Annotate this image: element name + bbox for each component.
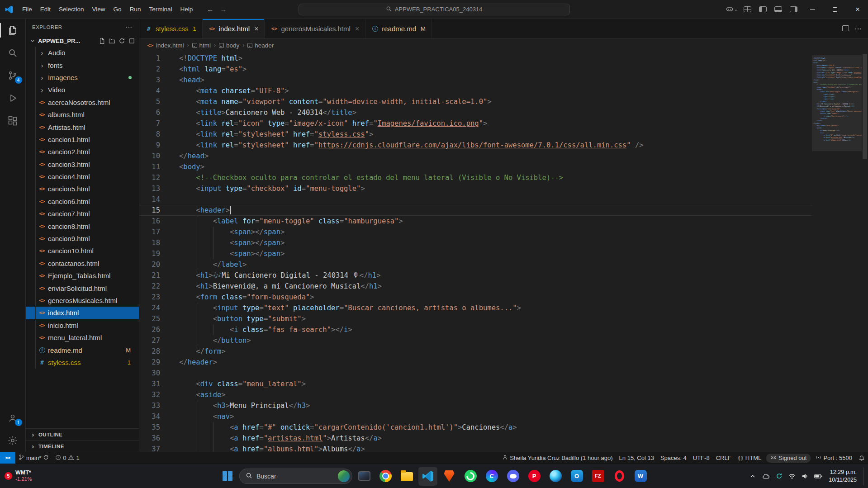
breadcrumb-header[interactable]: header	[247, 42, 274, 49]
collapse-folders-icon[interactable]	[128, 38, 135, 44]
new-file-icon[interactable]	[99, 38, 105, 44]
brave-icon[interactable]	[440, 467, 459, 486]
close-tab-icon[interactable]: ×	[254, 25, 258, 33]
sync-app-icon[interactable]	[774, 472, 783, 481]
volume-icon[interactable]	[801, 472, 810, 481]
menu-selection[interactable]: Selection	[55, 4, 88, 15]
indentation-status[interactable]: Spaces: 4	[657, 452, 690, 464]
back-icon[interactable]: ←	[207, 5, 213, 13]
taskbar-search[interactable]: Buscar	[239, 469, 352, 484]
tab-index.html[interactable]: <>index.html×	[203, 19, 265, 38]
breadcrumb-html[interactable]: html	[192, 42, 211, 49]
explorer-more-actions-icon[interactable]: ⋯	[125, 23, 133, 31]
minimap[interactable]: <!DOCTYPE html><html lang="es"><head> <m…	[812, 52, 862, 452]
menu-terminal[interactable]: Terminal	[145, 4, 176, 15]
start-button[interactable]	[218, 467, 237, 486]
close-tab-icon[interactable]: ×	[355, 25, 359, 33]
command-center-search[interactable]: APPWEB_PRACTICA05_240314	[299, 4, 570, 15]
tab-styless.css[interactable]: #styless.css1	[139, 19, 203, 38]
maximize-button[interactable]	[825, 0, 845, 19]
tray-overflow-chevron-icon[interactable]	[748, 472, 757, 481]
live-server-status[interactable]: Port : 5500	[812, 452, 855, 464]
menu-help[interactable]: Help	[176, 4, 197, 15]
eol-status[interactable]: CRLF	[713, 452, 735, 464]
toggle-primary-sidebar-icon[interactable]	[756, 4, 769, 15]
file-item-cancion4.html[interactable]: <>cancion4.html	[26, 171, 139, 183]
file-item-cancion5.html[interactable]: <>cancion5.html	[26, 183, 139, 195]
edge-icon[interactable]	[546, 467, 565, 486]
file-item-menu_lateral.html[interactable]: <>menu_lateral.html	[26, 332, 139, 344]
folder-item-Audio[interactable]: ›Audio	[26, 47, 139, 59]
onedrive-cloud-icon[interactable]	[761, 472, 770, 481]
file-item-cancion10.html[interactable]: <>cancion10.html	[26, 245, 139, 257]
outline-section[interactable]: › OUTLINE	[26, 428, 139, 440]
tab-generosMusicales.html[interactable]: <>generosMusicales.html×	[265, 19, 365, 38]
editor-more-actions-icon[interactable]: ⋯	[854, 24, 862, 33]
editor-scrollbar[interactable]	[862, 52, 868, 452]
file-item-albums.html[interactable]: <>albums.html	[26, 109, 139, 121]
show-desktop-button[interactable]	[863, 467, 865, 485]
language-mode-status[interactable]: {} HTML	[735, 452, 765, 464]
file-item-generosMusicales.html[interactable]: <>generosMusicales.html	[26, 294, 139, 307]
problems-status[interactable]: 0 1	[52, 452, 82, 464]
refresh-explorer-icon[interactable]	[119, 38, 125, 44]
word-icon[interactable]: W	[631, 467, 650, 486]
file-item-cancion1.html[interactable]: <>cancion1.html	[26, 133, 139, 146]
media-player-icon[interactable]	[355, 467, 374, 486]
new-folder-icon[interactable]	[109, 38, 115, 44]
toggle-secondary-sidebar-icon[interactable]	[787, 4, 800, 15]
widgets-button[interactable]: 5 WMT* -1.21%	[5, 469, 32, 483]
folder-item-Video[interactable]: ›Video	[26, 84, 139, 96]
opera-icon[interactable]	[610, 467, 629, 486]
close-button[interactable]: ×	[847, 0, 868, 19]
git-branch-status[interactable]: main*	[15, 452, 52, 464]
file-item-readme.md[interactable]: ireadme.mdM	[26, 344, 139, 356]
file-item-index.html[interactable]: <>index.html	[26, 307, 139, 319]
customize-layout-icon[interactable]	[740, 4, 754, 15]
file-item-enviarSolicitud.html[interactable]: <>enviarSolicitud.html	[26, 282, 139, 294]
battery-icon[interactable]	[814, 472, 823, 481]
breadcrumb-index.html[interactable]: <>index.html	[147, 42, 184, 49]
split-editor-icon[interactable]	[842, 25, 849, 33]
copilot-icon[interactable]: ⌄	[725, 4, 739, 15]
file-item-acercaNosotros.html[interactable]: <>acercaNosotros.html	[26, 96, 139, 109]
menu-run[interactable]: Run	[126, 4, 145, 15]
file-item-cancion2.html[interactable]: <>cancion2.html	[26, 146, 139, 158]
discord-icon[interactable]	[503, 467, 522, 486]
file-item-cancion6.html[interactable]: <>cancion6.html	[26, 195, 139, 208]
remote-indicator[interactable]: ><	[0, 452, 15, 464]
menu-edit[interactable]: Edit	[36, 4, 55, 15]
taskbar-clock[interactable]: 12:29 p.m. 10/11/2025	[829, 469, 857, 483]
minimize-button[interactable]	[802, 0, 823, 19]
menu-go[interactable]: Go	[109, 4, 126, 15]
timeline-section[interactable]: › TIMELINE	[26, 440, 139, 452]
activitybar-extensions[interactable]	[0, 109, 26, 132]
whatsapp-icon[interactable]	[461, 467, 480, 486]
sync-changes-icon[interactable]	[43, 455, 49, 462]
folder-item-Imagenes[interactable]: ›Imagenes	[26, 71, 139, 84]
activitybar-search[interactable]	[0, 42, 26, 64]
copilot-status[interactable]: Signed out	[766, 454, 811, 463]
file-explorer-icon[interactable]	[397, 467, 416, 486]
code-editor[interactable]: 1<!DOCTYPE html>2<html lang="es">3<head>…	[139, 52, 812, 452]
activitybar-explorer[interactable]	[0, 19, 26, 42]
cursor-position-status[interactable]: Ln 15, Col 13	[616, 452, 657, 464]
pinterest-icon[interactable]: P	[525, 467, 544, 486]
activitybar-source-control[interactable]: 4	[0, 64, 26, 87]
file-item-cancion7.html[interactable]: <>cancion7.html	[26, 208, 139, 220]
activitybar-settings[interactable]	[0, 429, 26, 452]
search-highlight-image[interactable]	[338, 470, 350, 482]
activitybar-accounts[interactable]: 1	[0, 407, 26, 429]
forward-icon[interactable]: →	[220, 5, 227, 13]
git-blame-status[interactable]: Sheila Yuridia Cruz Badillo (1 hour ago)	[499, 452, 616, 464]
file-item-inicio.html[interactable]: <>inicio.html	[26, 319, 139, 332]
filezilla-icon[interactable]: FZ	[588, 467, 607, 486]
breadcrumb-body[interactable]: body	[219, 42, 239, 49]
chrome-icon[interactable]	[376, 467, 395, 486]
file-item-cancion9.html[interactable]: <>cancion9.html	[26, 232, 139, 245]
activitybar-run-debug[interactable]	[0, 87, 26, 109]
file-item-Artistas.html[interactable]: <>Artistas.html	[26, 121, 139, 133]
breadcrumb[interactable]: <>index.html›html›body›header	[139, 39, 868, 52]
file-item-cancion3.html[interactable]: <>cancion3.html	[26, 158, 139, 171]
toggle-panel-icon[interactable]	[771, 4, 785, 15]
